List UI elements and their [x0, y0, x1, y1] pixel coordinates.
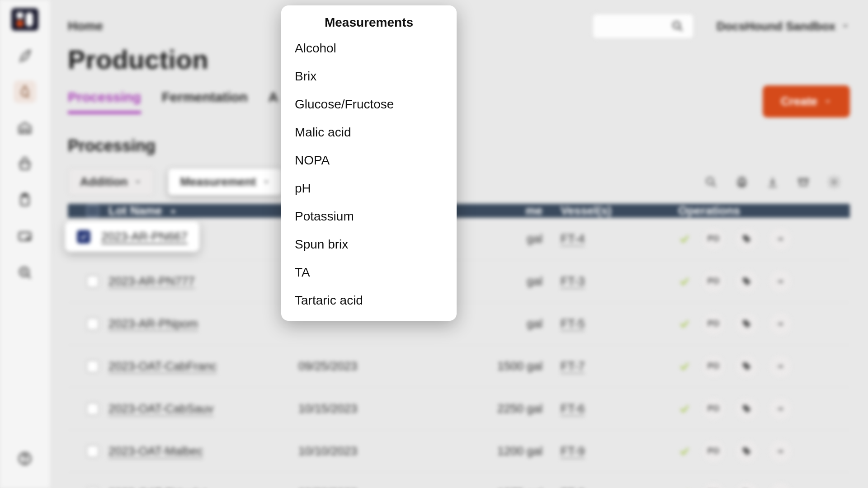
op-po-button[interactable]: PO	[703, 483, 724, 488]
section-title: Processing	[68, 136, 850, 155]
check-icon	[678, 275, 691, 288]
row-checkbox[interactable]	[86, 403, 99, 415]
op-forward-button[interactable]	[769, 483, 791, 488]
measurement-dropdown[interactable]: Measurement	[168, 168, 283, 196]
lot-link[interactable]: 2023-OAT-CabSauv	[108, 402, 213, 416]
lot-link[interactable]: 2023-AR-PNpom	[108, 317, 198, 331]
svg-point-18	[744, 321, 745, 323]
op-po-button[interactable]: PO	[703, 271, 724, 292]
op-po-button[interactable]: PO	[703, 441, 724, 462]
search-icon	[671, 19, 684, 33]
app-logo[interactable]	[11, 8, 38, 31]
nav-warehouse-icon[interactable]	[14, 117, 36, 139]
page-title: Production	[68, 44, 850, 75]
lot-link[interactable]: 2023-OAT-CabFranc	[108, 359, 217, 373]
tab-more[interactable]: A	[269, 89, 278, 114]
vessel-link[interactable]: FT-5	[561, 317, 585, 330]
op-tag-button[interactable]	[736, 398, 758, 420]
measurement-option[interactable]: Malic acid	[281, 118, 457, 146]
column-lot-name[interactable]: Lot Name	[108, 204, 298, 218]
measurement-option[interactable]: TA	[281, 258, 457, 286]
measurement-option[interactable]: Spun brix	[281, 230, 457, 258]
op-po-button[interactable]: PO	[703, 228, 724, 250]
measurement-option[interactable]: Glucose/Fructose	[281, 90, 457, 118]
chevron-down-icon	[841, 22, 850, 31]
download-icon[interactable]	[766, 175, 779, 189]
breadcrumb-home[interactable]: Home	[68, 19, 103, 33]
svg-point-16	[744, 236, 745, 238]
sort-asc-icon	[168, 206, 178, 216]
op-forward-button[interactable]	[769, 271, 791, 292]
archive-icon[interactable]	[797, 175, 810, 189]
column-volume[interactable]: me	[470, 204, 561, 218]
svg-point-15	[832, 180, 836, 184]
check-icon	[678, 318, 691, 330]
vessel-link[interactable]: FT-7	[561, 359, 585, 373]
svg-rect-12	[740, 178, 744, 180]
op-forward-button[interactable]	[769, 398, 791, 420]
op-forward-button[interactable]	[769, 441, 791, 462]
lot-link[interactable]: 2023-AR-PN777	[108, 274, 195, 288]
vessel-link[interactable]: FT-4	[561, 232, 585, 245]
svg-point-9	[673, 22, 680, 28]
op-tag-button[interactable]	[736, 271, 758, 292]
nav-money-icon[interactable]	[14, 261, 36, 284]
vessel-link[interactable]: FT-3	[561, 274, 585, 288]
tenant-selector[interactable]: DocsHound Sandbox	[717, 19, 850, 33]
op-tag-button[interactable]	[736, 483, 758, 488]
measurement-option[interactable]: Potassium	[281, 202, 457, 230]
nav-clipboard-icon[interactable]	[14, 189, 36, 211]
measurement-option[interactable]: NOPA	[281, 146, 457, 174]
nav-production-icon[interactable]	[14, 80, 36, 103]
row-checkbox[interactable]	[86, 445, 99, 458]
table-header: Lot Name me Vessel(s) Operations	[68, 204, 850, 218]
svg-rect-0	[17, 12, 23, 19]
addition-dropdown[interactable]: Addition	[68, 168, 154, 196]
op-forward-button[interactable]	[769, 228, 791, 250]
settings-icon[interactable]	[827, 175, 841, 189]
print-icon[interactable]	[735, 175, 749, 189]
global-search[interactable]	[592, 14, 694, 39]
op-po-button[interactable]: PO	[703, 356, 724, 377]
op-forward-button[interactable]	[769, 313, 791, 335]
op-tag-button[interactable]	[736, 228, 758, 250]
op-tag-button[interactable]	[736, 313, 758, 335]
op-po-button[interactable]: PO	[703, 313, 724, 335]
tab-processing[interactable]: Processing	[68, 89, 141, 114]
check-icon	[678, 233, 691, 245]
svg-point-21	[744, 449, 745, 450]
svg-point-8	[24, 461, 25, 462]
vessel-link[interactable]: FT-9	[561, 444, 585, 458]
svg-point-5	[27, 238, 29, 240]
tab-fermentation[interactable]: Fermentation	[162, 89, 248, 114]
row-checkbox[interactable]	[86, 360, 99, 373]
nav-help-icon[interactable]	[14, 447, 36, 470]
lot-link[interactable]: 2023-AR-PN667	[101, 230, 188, 244]
op-forward-button[interactable]	[769, 356, 791, 377]
row-checkbox[interactable]	[86, 275, 99, 288]
create-button[interactable]: Create	[763, 85, 850, 117]
column-vessel[interactable]: Vessel(s)	[561, 204, 678, 218]
op-po-button[interactable]: PO	[703, 398, 724, 420]
vessel-link[interactable]: FT-6	[561, 402, 585, 415]
table-row: 2023-OAT-CabSauv 10/15/2023 2250 gal FT-…	[68, 388, 850, 430]
chevron-down-icon	[824, 98, 832, 106]
nav-leaf-icon[interactable]	[14, 44, 36, 67]
table-search-icon[interactable]	[704, 175, 718, 189]
measurement-option[interactable]: pH	[281, 174, 457, 202]
measurement-option[interactable]: Alcohol	[281, 34, 457, 62]
row-checkbox[interactable]	[86, 318, 99, 330]
op-tag-button[interactable]	[736, 356, 758, 377]
nav-card-icon[interactable]	[14, 225, 36, 248]
sidebar	[0, 0, 50, 488]
lot-link[interactable]: 2023-OAT-Malbec	[108, 444, 203, 458]
table-row: 2023-AR-PNpom gal FT-5 PO	[68, 303, 850, 345]
nav-basket-icon[interactable]	[14, 153, 36, 175]
tabs: Processing Fermentation A	[68, 89, 278, 114]
measurement-option[interactable]: Brix	[281, 62, 457, 90]
select-all-checkbox[interactable]	[86, 205, 99, 217]
op-tag-button[interactable]	[736, 441, 758, 462]
row-checkbox[interactable]	[77, 230, 90, 244]
column-operations: Operations	[678, 204, 841, 218]
measurement-option[interactable]: Tartaric acid	[281, 286, 457, 314]
